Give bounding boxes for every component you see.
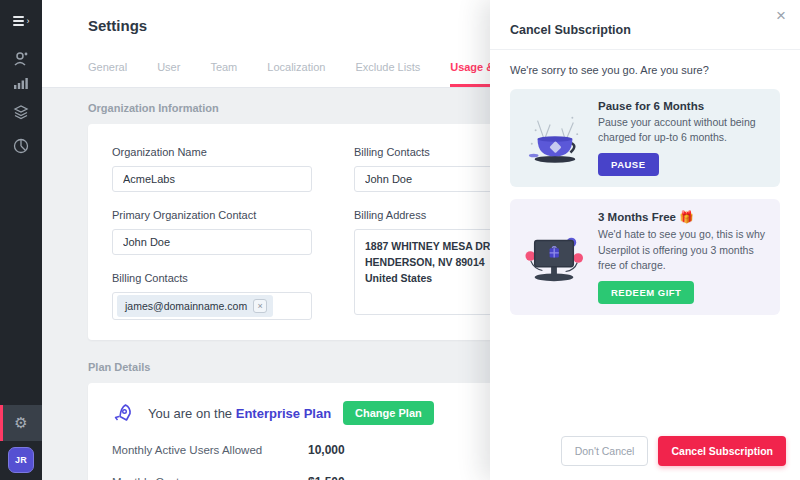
modal-footer: Don't Cancel Cancel Subscription bbox=[490, 424, 800, 480]
modal-question: We're sorry to see you go. Are you sure? bbox=[510, 64, 780, 76]
avatar[interactable]: JR bbox=[8, 447, 34, 473]
user-icon bbox=[12, 50, 30, 68]
plan-row-label: Monthly Active Users Allowed bbox=[112, 444, 308, 456]
pause-offer-description: Pause your account without being charged… bbox=[598, 115, 768, 145]
close-icon[interactable]: × bbox=[776, 6, 786, 26]
hamburger-icon bbox=[13, 16, 24, 26]
sidebar: › ⚙ JR bbox=[0, 0, 42, 480]
modal-title: Cancel Subscription bbox=[510, 23, 780, 37]
org-name-input[interactable] bbox=[112, 166, 312, 192]
redeem-gift-button[interactable]: REDEEM GIFT bbox=[598, 281, 694, 304]
pause-offer-card: Pause for 6 Months Pause your account wi… bbox=[510, 89, 780, 187]
active-indicator bbox=[0, 405, 3, 441]
primary-contact-field: Primary Organization Contact bbox=[112, 209, 312, 255]
sidebar-item-content[interactable] bbox=[0, 100, 42, 124]
plan-headline-text: You are on the Enterprise Plan bbox=[148, 406, 331, 421]
primary-contact-label: Primary Organization Contact bbox=[112, 209, 312, 221]
plan-headline: You are on the Enterprise Plan Change Pl… bbox=[112, 401, 546, 425]
org-name-field: Organization Name bbox=[112, 146, 312, 192]
gift-offer-content: 3 Months Free 🎁 We'd hate to see you go,… bbox=[598, 210, 768, 304]
gift-monitor-illustration bbox=[522, 228, 586, 286]
modal-header: Cancel Subscription × bbox=[490, 0, 800, 50]
plan-row-cost: Monthly Cost $1,500 bbox=[112, 475, 546, 480]
teacup-illustration bbox=[522, 109, 586, 167]
gift-offer-title: 3 Months Free 🎁 bbox=[598, 210, 768, 224]
billing-contacts-label: Billing Contacts bbox=[112, 272, 312, 284]
sidebar-item-analytics[interactable] bbox=[0, 71, 42, 95]
bar-chart-icon bbox=[12, 74, 30, 92]
chip-remove-icon[interactable]: × bbox=[253, 299, 267, 313]
plan-row-value: 10,000 bbox=[308, 443, 345, 457]
menu-toggle-button[interactable]: › bbox=[0, 8, 42, 34]
pie-chart-icon bbox=[12, 137, 30, 155]
cancel-subscription-modal: Cancel Subscription × We're sorry to see… bbox=[490, 0, 800, 480]
sidebar-item-reports[interactable] bbox=[0, 134, 42, 158]
modal-body: We're sorry to see you go. Are you sure?… bbox=[490, 50, 800, 315]
tab-general[interactable]: General bbox=[88, 61, 127, 87]
plan-prefix: You are on the bbox=[148, 406, 236, 421]
billing-contacts-input[interactable]: james@domainname.com × bbox=[112, 292, 312, 320]
plan-row-label: Monthly Cost bbox=[112, 476, 308, 480]
pause-button[interactable]: PAUSE bbox=[598, 153, 659, 176]
plan-row-value: $1,500 bbox=[308, 475, 345, 480]
tab-team[interactable]: Team bbox=[210, 61, 237, 87]
plan-row-mau: Monthly Active Users Allowed 10,000 bbox=[112, 443, 546, 457]
rocket-icon bbox=[112, 402, 134, 424]
pause-offer-content: Pause for 6 Months Pause your account wi… bbox=[598, 100, 768, 176]
plan-name: Enterprise Plan bbox=[236, 406, 331, 421]
sidebar-item-settings[interactable]: ⚙ bbox=[0, 405, 42, 441]
gift-offer-description: We'd hate to see you go, this is why Use… bbox=[598, 227, 768, 273]
tab-user[interactable]: User bbox=[157, 61, 180, 87]
billing-contacts-field: Billing Contacts james@domainname.com × bbox=[112, 272, 312, 320]
cancel-subscription-button[interactable]: Cancel Subscription bbox=[658, 436, 786, 466]
dont-cancel-button[interactable]: Don't Cancel bbox=[561, 436, 649, 466]
org-name-label: Organization Name bbox=[112, 146, 312, 158]
change-plan-button[interactable]: Change Plan bbox=[343, 401, 434, 425]
email-chip: james@domainname.com × bbox=[117, 295, 273, 317]
primary-contact-input[interactable] bbox=[112, 229, 312, 255]
pause-offer-title: Pause for 6 Months bbox=[598, 100, 768, 112]
sidebar-item-users[interactable] bbox=[0, 47, 42, 71]
layers-icon bbox=[12, 103, 30, 121]
gift-offer-card: 3 Months Free 🎁 We'd hate to see you go,… bbox=[510, 199, 780, 315]
tab-localization[interactable]: Localization bbox=[267, 61, 325, 87]
page-title: Settings bbox=[88, 17, 147, 34]
chevron-right-icon: › bbox=[27, 16, 30, 26]
gear-icon: ⚙ bbox=[14, 414, 27, 432]
email-chip-label: james@domainname.com bbox=[125, 300, 247, 312]
tab-exclude-lists[interactable]: Exclude Lists bbox=[355, 61, 420, 87]
